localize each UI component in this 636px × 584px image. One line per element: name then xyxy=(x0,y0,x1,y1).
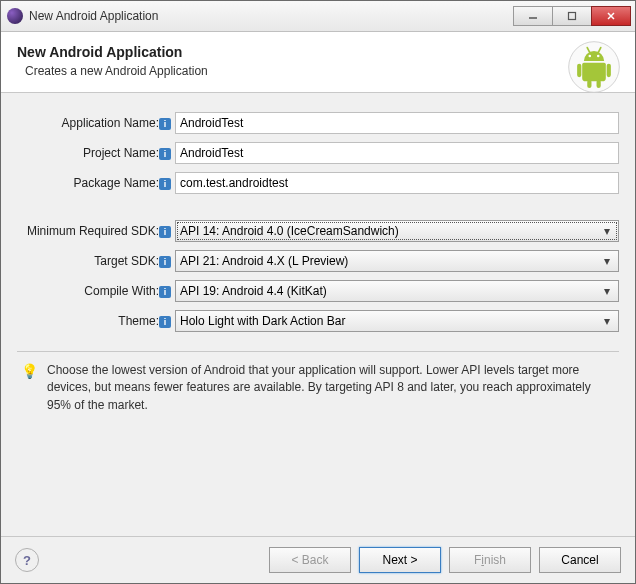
page-subtitle: Creates a new Android Application xyxy=(25,64,619,78)
chevron-down-icon: ▾ xyxy=(600,254,614,268)
android-icon xyxy=(567,40,621,94)
footer-buttons: < Back Next > Finish Cancel xyxy=(269,547,621,573)
wizard-body: New Android Application Creates a new An… xyxy=(1,32,635,583)
row-theme: Theme:i Holo Light with Dark Action Bar … xyxy=(17,309,619,333)
finish-button[interactable]: Finish xyxy=(449,547,531,573)
lightbulb-icon: 💡 xyxy=(21,363,37,379)
project-name-input[interactable] xyxy=(175,142,619,164)
wizard-footer: ? < Back Next > Finish Cancel xyxy=(1,536,635,583)
target-sdk-value: API 21: Android 4.X (L Preview) xyxy=(180,254,600,268)
divider xyxy=(17,351,619,352)
info-icon[interactable]: i xyxy=(159,148,171,160)
wizard-window: New Android Application New Android Appl… xyxy=(0,0,636,584)
info-icon[interactable]: i xyxy=(159,256,171,268)
page-title: New Android Application xyxy=(17,44,619,60)
eclipse-icon xyxy=(7,8,23,24)
minimize-button[interactable] xyxy=(513,6,553,26)
cancel-button[interactable]: Cancel xyxy=(539,547,621,573)
compile-with-combo[interactable]: API 19: Android 4.4 (KitKat) ▾ xyxy=(175,280,619,302)
label-target-sdk: Target SDK:i xyxy=(17,254,175,268)
info-icon[interactable]: i xyxy=(159,178,171,190)
compile-with-value: API 19: Android 4.4 (KitKat) xyxy=(180,284,600,298)
window-title: New Android Application xyxy=(29,9,514,23)
row-package-name: Package Name:i xyxy=(17,171,619,195)
info-icon[interactable]: i xyxy=(159,316,171,328)
application-name-input[interactable] xyxy=(175,112,619,134)
maximize-button[interactable] xyxy=(552,6,592,26)
spacer xyxy=(17,201,619,213)
package-name-input[interactable] xyxy=(175,172,619,194)
close-button[interactable] xyxy=(591,6,631,26)
min-sdk-combo[interactable]: API 14: Android 4.0 (IceCreamSandwich) ▾ xyxy=(175,220,619,242)
back-button[interactable]: < Back xyxy=(269,547,351,573)
target-sdk-combo[interactable]: API 21: Android 4.X (L Preview) ▾ xyxy=(175,250,619,272)
label-min-sdk: Minimum Required SDK:i xyxy=(17,224,175,238)
svg-rect-7 xyxy=(587,80,591,88)
svg-point-11 xyxy=(589,55,592,58)
window-controls xyxy=(514,6,631,26)
info-icon[interactable]: i xyxy=(159,226,171,238)
label-compile-with: Compile With:i xyxy=(17,284,175,298)
info-icon[interactable]: i xyxy=(159,286,171,298)
help-button[interactable]: ? xyxy=(15,548,39,572)
label-package-name: Package Name:i xyxy=(17,176,175,190)
form-area: Application Name:i Project Name:i Packag… xyxy=(1,93,635,337)
svg-rect-1 xyxy=(569,13,576,20)
chevron-down-icon: ▾ xyxy=(600,284,614,298)
min-sdk-value: API 14: Android 4.0 (IceCreamSandwich) xyxy=(180,224,600,238)
chevron-down-icon: ▾ xyxy=(600,224,614,238)
next-button[interactable]: Next > xyxy=(359,547,441,573)
hint-panel: 💡 Choose the lowest version of Android t… xyxy=(1,360,635,420)
row-target-sdk: Target SDK:i API 21: Android 4.X (L Prev… xyxy=(17,249,619,273)
hint-text: Choose the lowest version of Android tha… xyxy=(47,362,613,414)
svg-point-12 xyxy=(597,55,600,58)
theme-combo[interactable]: Holo Light with Dark Action Bar ▾ xyxy=(175,310,619,332)
row-min-sdk: Minimum Required SDK:i API 14: Android 4… xyxy=(17,219,619,243)
svg-rect-6 xyxy=(607,64,611,78)
label-theme: Theme:i xyxy=(17,314,175,328)
info-icon[interactable]: i xyxy=(159,118,171,130)
wizard-header: New Android Application Creates a new An… xyxy=(1,32,635,93)
row-project-name: Project Name:i xyxy=(17,141,619,165)
row-application-name: Application Name:i xyxy=(17,111,619,135)
label-project-name: Project Name:i xyxy=(17,146,175,160)
titlebar[interactable]: New Android Application xyxy=(1,1,635,32)
svg-rect-5 xyxy=(577,64,581,78)
chevron-down-icon: ▾ xyxy=(600,314,614,328)
theme-value: Holo Light with Dark Action Bar xyxy=(180,314,600,328)
row-compile-with: Compile With:i API 19: Android 4.4 (KitK… xyxy=(17,279,619,303)
label-application-name: Application Name:i xyxy=(17,116,175,130)
svg-rect-8 xyxy=(597,80,601,88)
